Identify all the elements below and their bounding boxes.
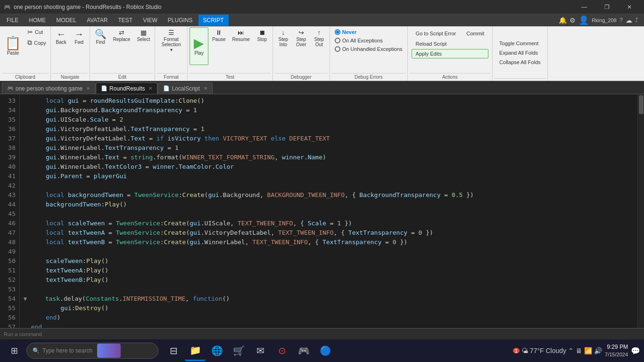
tab-game-icon: 🎮 (7, 85, 14, 91)
maximize-button[interactable]: ❐ (596, 0, 618, 14)
taskbar-chrome[interactable]: ⊙ (272, 340, 292, 361)
taskbar: ⊞ 🔍 Type here to search ⊟ 📁 🌐 🛒 ✉ ⊙ 🎮 🔵 … (0, 339, 644, 362)
test-group: ▶ Play ⏸ Pause ⏭ Resume ⏹ Stop Test (188, 26, 273, 81)
clock-date: 7/15/2024 (605, 351, 628, 358)
notification-center-icon[interactable]: 💬 (631, 346, 640, 355)
question-icon: ? (619, 16, 623, 24)
go-to-error-button[interactable]: Go to Script Error (412, 29, 461, 38)
radio-on-all[interactable]: On All Exceptions (335, 38, 383, 43)
share-icon: ⤴ (635, 16, 638, 24)
step-into-icon: ↓ (281, 29, 285, 36)
stop-button[interactable]: ⏹ Stop (254, 27, 271, 44)
vertical-scrollbar[interactable] (637, 94, 644, 328)
tabs-bar: 🎮 one person shooting game ✕ 📄 RoundResu… (0, 81, 644, 94)
network-icon[interactable]: 🖥 (576, 347, 582, 354)
radio-never-circle (335, 29, 340, 35)
format-selection-button[interactable]: ☰ Format Selection ▾ (157, 27, 185, 54)
paste-button[interactable]: 📋 Paste (2, 27, 24, 65)
collapse-all-folds-button[interactable]: Collapse All Folds (497, 58, 542, 66)
tab-local-label: LocalScript (172, 85, 199, 92)
commit-button[interactable]: Commit (462, 29, 488, 38)
replace-button[interactable]: ⇄ Replace (110, 27, 133, 44)
step-out-button[interactable]: ↑ Step Out (311, 27, 328, 49)
edit-group: 🔍 Find ⇄ Replace ▦ Select Edit (90, 26, 156, 81)
tab-game-close[interactable]: ✕ (86, 86, 90, 91)
tab-round-icon: 📄 (101, 85, 107, 91)
menu-home[interactable]: HOME (24, 15, 50, 26)
start-button[interactable]: ⊞ (4, 340, 25, 361)
taskbar-store[interactable]: 🛒 (228, 340, 249, 361)
wifi-icon[interactable]: 📶 (584, 347, 592, 354)
copy-button[interactable]: ⧉ Copy (25, 38, 49, 48)
find-button[interactable]: 🔍 Find (92, 27, 109, 47)
play-button[interactable]: ▶ Play (190, 27, 208, 65)
menu-model[interactable]: MODEL (51, 15, 81, 26)
menu-script[interactable]: SCRIPT (198, 15, 229, 26)
back-button[interactable]: ← Back (53, 27, 70, 47)
line-numbers: 3334353637383940414243444546474849505152… (0, 94, 20, 328)
menu-avatar[interactable]: AVATAR (82, 15, 112, 26)
tab-round-results[interactable]: 📄 RoundResults ✕ (96, 82, 157, 94)
search-icon: 🔍 (33, 347, 40, 354)
reload-script-button[interactable]: Reload Script (412, 40, 488, 48)
taskbar-app1[interactable]: 🎮 (293, 340, 314, 361)
avatar-icon: 👤 (578, 15, 589, 25)
command-bar (0, 328, 644, 339)
cloud-icon: ☁ (626, 16, 632, 24)
clock-time: 9:29 PM (605, 343, 628, 351)
resume-icon: ⏭ (238, 29, 244, 36)
chevron-icon[interactable]: ⌃ (568, 347, 574, 354)
tab-local-close[interactable]: ✕ (204, 86, 207, 91)
tab-game[interactable]: 🎮 one person shooting game ✕ (2, 82, 95, 94)
step-into-button[interactable]: ↓ Step Into (275, 27, 292, 49)
taskbar-task-view[interactable]: ⊟ (163, 340, 184, 361)
command-input[interactable] (4, 331, 145, 337)
radio-on-unhandled-circle (335, 46, 340, 52)
resume-button[interactable]: ⏭ Resume (230, 27, 253, 44)
tab-local-script[interactable]: 📄 LocalScript ✕ (158, 82, 212, 94)
menu-plugins[interactable]: PLUGINS (163, 15, 198, 26)
tab-round-close[interactable]: ✕ (149, 86, 152, 91)
right-actions-group: Toggle Comment Expand All Folds Collapse… (493, 26, 547, 81)
cut-copy-group: ✂ Cut ⧉ Copy (25, 27, 49, 48)
app-icon: 🎮 (4, 4, 11, 10)
menu-test[interactable]: TEST (113, 15, 137, 26)
apply-edits-button[interactable]: Apply Edits (412, 49, 488, 58)
fwd-button[interactable]: → Fwd (71, 27, 88, 47)
radio-on-all-circle (335, 38, 340, 43)
pause-button[interactable]: ⏸ Pause (209, 27, 228, 44)
cut-button[interactable]: ✂ Cut (25, 27, 49, 37)
taskbar-explorer[interactable]: 📁 (185, 340, 206, 361)
menu-view[interactable]: VIEW (138, 15, 162, 26)
actions-group: Go to Script Error Commit Reload Script … (408, 26, 493, 81)
debug-errors-group: Never On All Exceptions On Unhandled Exc… (330, 26, 408, 81)
close-button[interactable]: ✕ (619, 0, 640, 14)
notification-badge: 1 (513, 348, 520, 354)
scrollbar-thumb[interactable] (639, 95, 644, 114)
code-editor[interactable]: local gui = roundResultsGuiTemplate:Clon… (20, 94, 637, 328)
find-icon: 🔍 (95, 29, 107, 39)
menu-file[interactable]: FILE (2, 15, 23, 26)
format-icon: ☰ (168, 29, 174, 36)
toggle-comment-button[interactable]: Toggle Comment (497, 40, 540, 47)
weather-text: 77°F Cloudy (530, 347, 566, 354)
cut-icon: ✂ (27, 28, 33, 36)
taskbar-edge[interactable]: 🌐 (206, 340, 227, 361)
editor-area: 3334353637383940414243444546474849505152… (0, 94, 644, 328)
system-clock[interactable]: 9:29 PM 7/15/2024 (605, 343, 628, 358)
minimize-button[interactable]: — (573, 0, 595, 14)
volume-icon[interactable]: 🔊 (594, 347, 602, 354)
format-group: ☰ Format Selection ▾ Format (155, 26, 188, 81)
select-button[interactable]: ▦ Select (134, 27, 153, 44)
radio-on-unhandled[interactable]: On Unhandled Exceptions (335, 46, 403, 52)
taskbar-search[interactable]: 🔍 Type here to search (26, 343, 158, 359)
taskbar-app2[interactable]: 🔵 (315, 340, 336, 361)
title-bar: 🎮 one person shooting game - RoundResult… (0, 0, 644, 14)
debugger-group: ↓ Step Into ↪ Step Over ↑ Step Out Debug… (273, 26, 330, 81)
radio-never[interactable]: Never (335, 29, 357, 35)
taskbar-mail[interactable]: ✉ (250, 340, 271, 361)
tab-game-label: one person shooting game (16, 85, 83, 92)
expand-all-folds-button[interactable]: Expand All Folds (497, 49, 540, 57)
clipboard-group: 📋 Paste ✂ Cut ⧉ Copy Clipboard (0, 26, 51, 81)
step-over-button[interactable]: ↪ Step Over (293, 27, 310, 49)
